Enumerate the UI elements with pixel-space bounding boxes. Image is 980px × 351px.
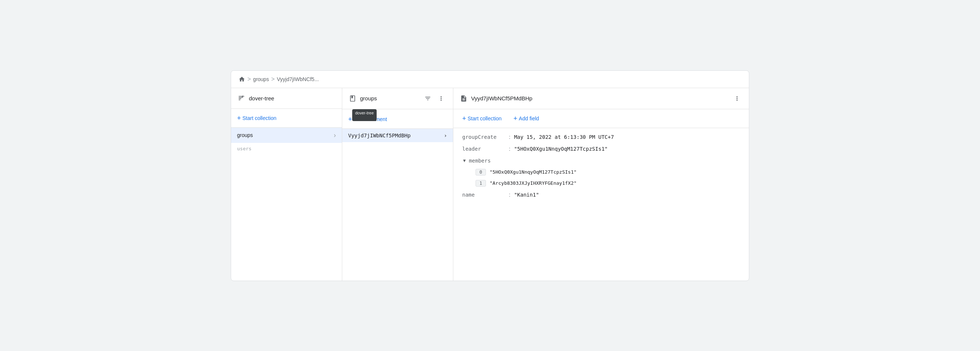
add-field-button[interactable]: + Add field: [513, 114, 539, 123]
left-panel-title: dover-tree: [249, 95, 336, 102]
field-value-groupcreate: May 15, 2022 at 6:13:30 PM UTC+7: [514, 134, 614, 140]
dover-tree-tooltip: dover-tree: [352, 109, 377, 121]
right-panel-icons: [731, 92, 743, 105]
list-item-groups[interactable]: groups ›: [231, 128, 342, 143]
plus-icon-right-collection: +: [462, 115, 466, 122]
field-value-name: "Kanin1": [514, 192, 539, 198]
array-label-members: ▼ members: [453, 155, 749, 167]
colon-name: :: [509, 192, 511, 198]
triangle-icon-members[interactable]: ▼: [462, 158, 467, 163]
field-row-leader: leader : "5HOxQ0Xgu1NnqyOqM127TcpzSIs1": [453, 143, 749, 155]
field-list: groupCreate : May 15, 2022 at 6:13:30 PM…: [453, 128, 749, 281]
start-collection-label-right: Start collection: [468, 116, 502, 121]
array-key-members: members: [469, 158, 491, 164]
more-button-middle[interactable]: [435, 92, 447, 105]
main-container: > groups > Vyyjd7jIWbNCf5... dover-tree …: [231, 70, 749, 281]
groups-label: groups: [237, 132, 253, 138]
collection-icon: [348, 94, 357, 103]
add-field-label: Add field: [519, 116, 539, 121]
field-row-name: name : "Kanin1": [453, 189, 749, 201]
plus-icon-left: +: [237, 115, 241, 121]
breadcrumb-sep1: >: [247, 76, 251, 83]
start-collection-label-left: Start collection: [243, 115, 277, 121]
field-key-groupcreate: groupCreate: [462, 134, 507, 140]
right-panel-header: Vyyd7jIWbNCf5PMdBHp: [453, 88, 749, 109]
array-index-0: 0: [476, 169, 486, 176]
middle-panel-title: groups: [360, 95, 419, 102]
more-button-right[interactable]: [731, 92, 743, 105]
list-item-users[interactable]: users: [231, 143, 342, 154]
document-icon: [459, 94, 468, 103]
chevron-right-groups: ›: [334, 132, 336, 139]
field-key-leader: leader: [462, 146, 507, 152]
doc-id-label: Vyyjd7jIWbNCf5PMdBHp: [348, 133, 411, 138]
array-item-1: 1 "Arcyb8303JXJyIHXRYFGEnay1fX2": [453, 178, 749, 189]
plus-icon-middle: +: [348, 116, 352, 122]
chevron-right-doc: ›: [444, 133, 447, 138]
middle-panel-header: groups: [342, 88, 453, 109]
array-value-0: "5HOxQ0Xgu1NnqyOqM127TcpzSIs1": [490, 169, 577, 175]
breadcrumb-groups[interactable]: groups: [253, 76, 269, 82]
array-value-1: "Arcyb8303JXJyIHXRYFGEnay1fX2": [490, 180, 577, 186]
middle-panel: groups dover-tree +: [342, 88, 453, 281]
panels: dover-tree + Start collection groups › u…: [231, 88, 749, 281]
middle-panel-icons: [422, 92, 447, 105]
right-panel-title: Vyyd7jIWbNCf5PMdBHp: [471, 95, 728, 102]
left-panel-list: groups › users: [231, 128, 342, 281]
left-panel-actions: + Start collection: [231, 109, 342, 128]
array-item-0: 0 "5HOxQ0Xgu1NnqyOqM127TcpzSIs1": [453, 167, 749, 178]
tooltip-container: [422, 92, 434, 105]
doc-list-item[interactable]: Vyyjd7jIWbNCf5PMdBHp ›: [342, 129, 453, 142]
breadcrumb-doc[interactable]: Vyyjd7jIWbNCf5...: [277, 76, 319, 82]
right-panel-actions: + Start collection + Add field: [453, 109, 749, 128]
breadcrumb: > groups > Vyyjd7jIWbNCf5...: [231, 71, 749, 88]
field-value-leader: "5HOxQ0Xgu1NnqyOqM127TcpzSIs1": [514, 146, 608, 152]
dover-tree-icon: [237, 94, 246, 103]
start-collection-button-right[interactable]: + Start collection: [462, 114, 501, 123]
right-panel: Vyyd7jIWbNCf5PMdBHp + Start collection +…: [453, 88, 749, 281]
home-breadcrumb[interactable]: [239, 76, 245, 83]
breadcrumb-sep2: >: [271, 76, 274, 83]
left-panel-header: dover-tree: [231, 88, 342, 109]
plus-icon-right-field: +: [513, 115, 517, 122]
left-panel: dover-tree + Start collection groups › u…: [231, 88, 342, 281]
field-key-name: name: [462, 192, 507, 198]
start-collection-button-left[interactable]: + Start collection: [237, 113, 276, 123]
colon-leader: :: [509, 146, 511, 152]
field-row-groupcreate: groupCreate : May 15, 2022 at 6:13:30 PM…: [453, 131, 749, 143]
filter-button[interactable]: [422, 92, 434, 105]
middle-panel-list: Vyyjd7jIWbNCf5PMdBHp ›: [342, 129, 453, 281]
colon-groupcreate: :: [509, 134, 511, 140]
array-index-1: 1: [476, 180, 486, 187]
